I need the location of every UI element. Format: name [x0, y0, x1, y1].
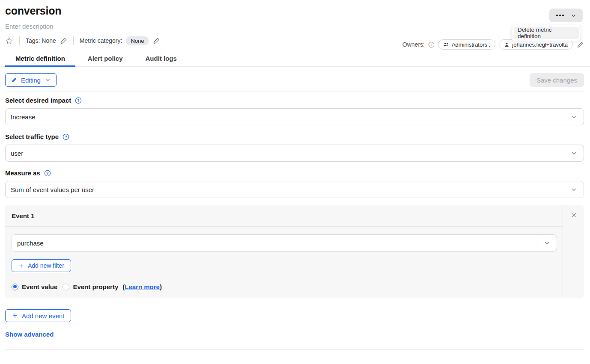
tab-metric-definition[interactable]: Metric definition [5, 53, 75, 66]
owner-name: johannes.liegl+travolta [512, 41, 568, 48]
divider-vertical [73, 36, 74, 45]
star-icon[interactable] [5, 37, 13, 45]
pencil-icon [11, 77, 17, 83]
traffic-select[interactable]: user [5, 145, 584, 162]
radio-event-value-label[interactable]: Event value [22, 283, 57, 290]
editing-mode-button[interactable]: Editing [5, 73, 57, 87]
traffic-label: Select traffic type [5, 133, 59, 140]
learn-more-link[interactable]: Learn more [125, 283, 160, 290]
owners-label: Owners: [402, 41, 425, 48]
tab-bar: Metric definition Alert policy Audit log… [0, 53, 590, 67]
help-icon[interactable]: ? [44, 170, 51, 177]
add-filter-button[interactable]: Add new filter [12, 259, 71, 272]
radio-event-property[interactable] [63, 284, 69, 290]
add-filter-label: Add new filter [28, 262, 64, 269]
svg-text:?: ? [65, 135, 67, 139]
show-advanced-link[interactable]: Show advanced [5, 331, 54, 338]
owner-name: Administrators , [452, 41, 490, 48]
svg-text:?: ? [46, 171, 48, 175]
impact-select-value: Increase [6, 113, 564, 121]
measure-select-value: Sum of event values per user [6, 186, 564, 193]
event-name-select[interactable]: purchase [12, 234, 557, 252]
description-placeholder[interactable]: Enter description [5, 23, 584, 30]
traffic-label-row: Select traffic type ? [5, 133, 584, 140]
traffic-select-value: user [6, 150, 564, 157]
tags-label: Tags: None [26, 37, 56, 44]
edit-tags-icon[interactable] [60, 37, 67, 44]
measure-option-row: Event value Event property (Learn more) [12, 283, 557, 290]
divider-horizontal [5, 349, 584, 350]
help-icon[interactable]: ? [63, 133, 69, 140]
person-icon [504, 42, 510, 47]
event-title: Event 1 [5, 205, 563, 227]
chevron-down-icon [571, 186, 577, 193]
svg-text:?: ? [430, 43, 432, 47]
tab-alert-policy[interactable]: Alert policy [77, 53, 133, 66]
owner-badge-group: Administrators , [438, 39, 495, 50]
close-icon[interactable] [570, 212, 577, 219]
save-changes-button[interactable]: Save changes [530, 73, 584, 87]
divider-vertical [19, 36, 20, 45]
chevron-down-icon[interactable] [571, 13, 576, 18]
ellipsis-icon [556, 15, 564, 16]
chevron-down-icon [571, 114, 577, 120]
add-event-label: Add new event [22, 312, 64, 320]
more-actions-button[interactable] [549, 9, 583, 22]
divider-horizontal [5, 92, 584, 92]
help-icon[interactable]: ? [75, 97, 82, 104]
plus-icon [12, 313, 18, 319]
metric-category-badge: None [126, 36, 149, 45]
edit-category-icon[interactable] [153, 37, 160, 44]
add-event-button[interactable]: Add new event [5, 309, 71, 322]
measure-label-row: Measure as ? [5, 169, 584, 177]
svg-text:?: ? [77, 98, 80, 103]
paren-close: ) [160, 283, 162, 290]
chevron-down-icon [544, 240, 550, 246]
editing-label: Editing [21, 77, 41, 84]
tab-audit-logs[interactable]: Audit logs [135, 53, 187, 66]
impact-select[interactable]: Increase [5, 108, 584, 125]
event-card: Event 1 purchase Add new filter [5, 205, 584, 298]
metric-category-label: Metric category: [80, 37, 122, 44]
menu-item-delete-metric[interactable]: Delete metric definition [514, 27, 579, 39]
measure-label: Measure as [5, 169, 40, 177]
radio-event-value[interactable] [12, 284, 18, 290]
metric-page: conversion Enter description Tags: None … [0, 4, 590, 350]
measure-select[interactable]: Sum of event values per user [5, 181, 584, 198]
impact-label-row: Select desired impact ? [5, 97, 584, 104]
toolbar: Editing Save changes [5, 73, 584, 87]
help-icon[interactable]: ? [428, 41, 435, 48]
chevron-down-icon [45, 77, 51, 83]
edit-owners-icon[interactable] [577, 41, 584, 48]
radio-event-property-label[interactable]: Event property [73, 283, 118, 290]
chevron-down-icon [571, 150, 577, 157]
more-actions-menu: Delete metric definition [512, 25, 581, 41]
impact-label: Select desired impact [5, 97, 71, 104]
event-name-value: purchase [12, 240, 537, 247]
plus-icon [18, 263, 24, 269]
group-icon [443, 41, 449, 47]
page-title: conversion [5, 4, 584, 17]
